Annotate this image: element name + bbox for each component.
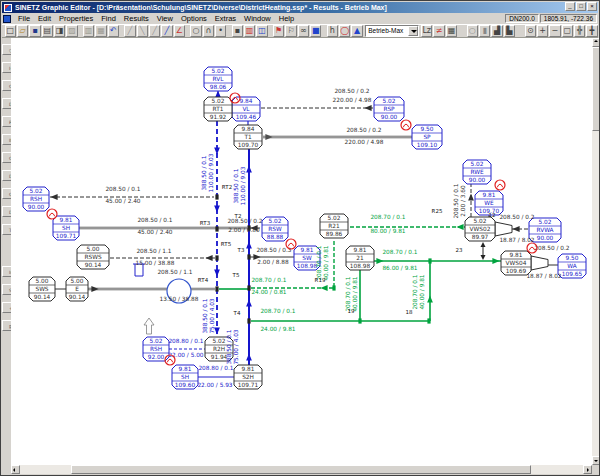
pipe-label: 24.00 / 0.81	[251, 289, 286, 295]
network-diagram[interactable]: 5.02RVL98.069.84VL109.465.02RT191.929.84…	[11, 38, 592, 465]
toolbar-paste-icon[interactable]: ▦	[95, 25, 106, 37]
vertical-scrollbar[interactable]	[592, 38, 600, 465]
toolbar-copy-icon[interactable]: ▥	[83, 25, 94, 37]
horizontal-scroll-thumb[interactable]	[71, 465, 531, 474]
toolbar-draw-point-icon[interactable]: •	[215, 25, 226, 37]
title-bar[interactable]: SINETZ Graphic Editor - [D:\Präsentation…	[2, 2, 598, 13]
minimize-button[interactable]: _	[565, 2, 575, 11]
toolbar-grid-icon[interactable]: ▦	[446, 25, 457, 37]
toolbar-zoom-icon[interactable]: ⊙	[525, 25, 536, 37]
toolbar-undo-icon[interactable]: ↶	[108, 25, 119, 37]
horizontal-scrollbar[interactable]	[11, 465, 592, 474]
pipe-label: 2.00 / 3.60	[460, 185, 466, 217]
toolbar-draw-line-2-icon[interactable]: ╲	[137, 25, 148, 37]
toolbar-draw-polyline-icon[interactable]: ∠	[174, 25, 185, 37]
toolbar-not-equal-icon[interactable]: ≠	[433, 25, 444, 37]
node-rt1-value: 91.92	[210, 114, 227, 120]
toolbar-draw-circle-icon[interactable]: ○	[190, 25, 201, 37]
toolbar-link-icon[interactable]: ∞	[298, 25, 309, 37]
pipe-label: 208.50 / 1.1	[136, 248, 171, 254]
flow-arrow-icon	[205, 255, 212, 261]
toolbar-insert-node-icon[interactable]: ▪	[232, 25, 243, 37]
junction-tick	[358, 318, 361, 323]
toolbar-print-icon[interactable]: ▤	[42, 25, 53, 37]
toolbar-pick-icon[interactable]: h	[327, 25, 338, 37]
menu-bar: FileEditPropertiesFindResultsViewOptions…	[2, 13, 598, 24]
pipe-label: 388.50 / 0.1	[202, 298, 208, 333]
toolbar-draw-line-color-icon[interactable]: ╱	[161, 25, 172, 37]
scroll-down-button[interactable]	[592, 456, 600, 465]
drawing-canvas[interactable]: 5.02RVL98.069.84VL109.465.02RT191.929.84…	[11, 38, 592, 465]
warning-icon[interactable]	[495, 180, 505, 190]
operating-case-select[interactable]: Betrieb-Max	[365, 25, 418, 37]
toolbar-stop-icon[interactable]: ■	[310, 25, 321, 37]
pipe-label: 18.87 / 8.02	[526, 273, 561, 279]
toolbar-pan-icon[interactable]: ╬	[574, 25, 585, 37]
menu-item-help[interactable]: Help	[275, 13, 298, 24]
toolbar-flag-red-icon[interactable]: ⚑	[273, 25, 284, 37]
node-e-pressure: 5.00	[71, 278, 84, 284]
node-we-name: WE	[484, 200, 494, 206]
node-rwe-pressure: 5.02	[471, 161, 484, 167]
side-toolbar-gap	[2, 236, 11, 260]
junction-label-23: 23	[456, 247, 463, 253]
pipe-label: 86.00 / 9.81	[382, 265, 417, 271]
node-rsh-pressure: 5.02	[30, 188, 43, 194]
toolbar-draw-line-3-icon[interactable]: ╱	[149, 25, 160, 37]
node-rsw-value: 88.88	[267, 234, 284, 240]
vertical-scroll-thumb[interactable]	[592, 47, 600, 131]
chevron-down-icon[interactable]	[408, 26, 418, 36]
toolbar-open-icon[interactable]: ▱	[17, 25, 28, 37]
toolbar-show-pumps-2-icon[interactable]: ▙	[504, 25, 515, 37]
toolbar-warning-filter-icon[interactable]: ◯	[339, 25, 350, 37]
maximize-button[interactable]: □	[576, 2, 586, 11]
toolbar-insert-component-red-icon[interactable]: ▥	[244, 25, 255, 37]
junction-tick	[215, 286, 218, 291]
menu-item-extras[interactable]: Extras	[211, 13, 240, 24]
menu-item-file[interactable]: File	[14, 13, 34, 24]
toolbar-show-pumps-icon[interactable]: ▟	[491, 25, 502, 37]
node-rsh-value: 90.00	[28, 204, 45, 210]
node-vws04-cone	[531, 256, 548, 270]
scroll-up-button[interactable]	[592, 38, 600, 47]
toolbar-save-icon[interactable]: ▪	[29, 25, 40, 37]
toolbar-print-preview-icon[interactable]: ◨	[54, 25, 65, 37]
menu-item-results[interactable]: Results	[120, 13, 153, 24]
junction-label-T3: T3	[237, 247, 245, 253]
node-sh-value: 109.71	[56, 233, 77, 239]
mdi-document-icon[interactable]	[3, 15, 11, 23]
toolbar-insert-component-icon[interactable]: ◫	[256, 25, 267, 37]
toolbar-show-nodes-icon[interactable]: ○	[467, 25, 478, 37]
menu-item-view[interactable]: View	[153, 13, 177, 24]
toolbar-marker-icon[interactable]: ▲	[351, 25, 362, 37]
pipe-label: 24.00 / 9.81	[260, 326, 295, 332]
toolbar-layer-lz-icon[interactable]: Lz	[421, 25, 432, 37]
toolbar-show-bars-icon[interactable]: ▮	[479, 25, 490, 37]
scroll-left-button[interactable]	[11, 465, 20, 474]
menu-item-options[interactable]: Options	[177, 13, 211, 24]
node-rwe-value: 90.00	[469, 177, 486, 183]
toolbar-export-icon[interactable]: ▨	[66, 25, 77, 37]
toolbar-zoom-in-icon[interactable]: +	[537, 25, 548, 37]
menu-item-find[interactable]: Find	[97, 13, 120, 24]
toolbar-pan-center-icon[interactable]: ╋	[586, 25, 597, 37]
close-button[interactable]: ×	[587, 2, 597, 11]
node-rvl-pressure: 5.02	[212, 68, 225, 74]
node-r21-name: R21	[328, 223, 340, 229]
toolbar-zoom-fit-icon[interactable]: ▢	[562, 25, 573, 37]
toolbar-zoom-out-icon[interactable]: −	[549, 25, 560, 37]
menu-item-window[interactable]: Window	[240, 13, 275, 24]
menu-item-properties[interactable]: Properties	[55, 13, 97, 24]
warning-icon[interactable]	[401, 120, 411, 130]
pipe-label: 208.70 / 0.1	[370, 214, 405, 220]
flow-arrow-icon	[468, 193, 474, 200]
warning-icon[interactable]	[47, 209, 57, 219]
toolbar-draw-arc-icon[interactable]: ∩	[203, 25, 214, 37]
toolbar-new-icon[interactable]: □	[5, 25, 16, 37]
toolbar-flag-icon[interactable]: ⚐	[285, 25, 296, 37]
left-toolbar: ○I·ICDNPNINCHDQDNTNIntSep+▤	[2, 38, 11, 472]
toolbar-draw-line-icon[interactable]: ╱	[124, 25, 135, 37]
scroll-right-button[interactable]	[583, 465, 592, 474]
node-rvwa-value: 90.00	[537, 235, 554, 241]
menu-item-edit[interactable]: Edit	[34, 13, 55, 24]
